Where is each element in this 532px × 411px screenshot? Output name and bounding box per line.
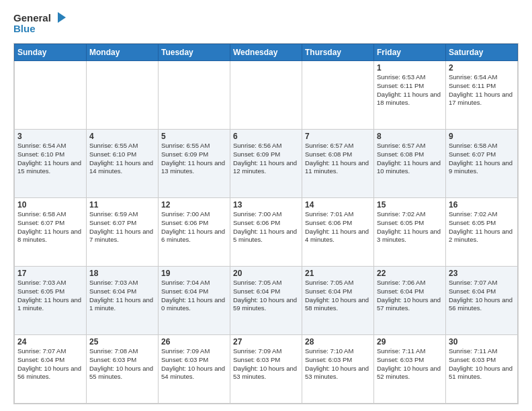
day-number: 26 xyxy=(161,337,227,347)
logo-svg: GeneralBlue xyxy=(13,11,67,38)
day-number: 27 xyxy=(233,337,299,347)
weekday-header-wednesday: Wednesday xyxy=(230,44,302,61)
day-info: Sunrise: 7:03 AM Sunset: 6:04 PM Dayligh… xyxy=(89,279,155,313)
day-info: Sunrise: 6:56 AM Sunset: 6:09 PM Dayligh… xyxy=(233,142,299,176)
day-number: 2 xyxy=(449,63,515,73)
day-info: Sunrise: 7:02 AM Sunset: 6:05 PM Dayligh… xyxy=(449,210,515,244)
calendar-cell: 8Sunrise: 6:57 AM Sunset: 6:08 PM Daylig… xyxy=(374,130,446,198)
day-info: Sunrise: 7:05 AM Sunset: 6:04 PM Dayligh… xyxy=(233,279,299,313)
day-info: Sunrise: 7:00 AM Sunset: 6:06 PM Dayligh… xyxy=(233,210,299,244)
day-info: Sunrise: 7:09 AM Sunset: 6:03 PM Dayligh… xyxy=(161,347,227,381)
day-info: Sunrise: 7:11 AM Sunset: 6:03 PM Dayligh… xyxy=(449,347,515,381)
day-info: Sunrise: 7:09 AM Sunset: 6:03 PM Dayligh… xyxy=(233,347,299,381)
day-info: Sunrise: 7:07 AM Sunset: 6:04 PM Dayligh… xyxy=(17,347,83,381)
weekday-header-thursday: Thursday xyxy=(302,44,374,61)
weekday-header-friday: Friday xyxy=(374,44,446,61)
day-number: 19 xyxy=(161,269,227,278)
day-info: Sunrise: 7:04 AM Sunset: 6:04 PM Dayligh… xyxy=(161,279,227,313)
calendar-cell: 13Sunrise: 7:00 AM Sunset: 6:06 PM Dayli… xyxy=(230,198,302,267)
calendar-cell xyxy=(15,61,87,130)
day-info: Sunrise: 6:59 AM Sunset: 6:07 PM Dayligh… xyxy=(89,210,155,244)
day-number: 17 xyxy=(17,269,83,278)
day-number: 30 xyxy=(449,337,515,347)
weekday-header-saturday: Saturday xyxy=(446,44,518,61)
day-number: 5 xyxy=(161,132,227,141)
day-info: Sunrise: 6:55 AM Sunset: 6:09 PM Dayligh… xyxy=(161,142,227,176)
calendar-cell: 27Sunrise: 7:09 AM Sunset: 6:03 PM Dayli… xyxy=(230,335,302,404)
calendar-cell xyxy=(230,61,302,130)
calendar-cell: 4Sunrise: 6:55 AM Sunset: 6:10 PM Daylig… xyxy=(87,130,159,198)
calendar-cell: 23Sunrise: 7:07 AM Sunset: 6:04 PM Dayli… xyxy=(446,267,518,335)
calendar-cell: 12Sunrise: 7:00 AM Sunset: 6:06 PM Dayli… xyxy=(159,198,230,267)
calendar: SundayMondayTuesdayWednesdayThursdayFrid… xyxy=(13,43,519,404)
calendar-cell: 26Sunrise: 7:09 AM Sunset: 6:03 PM Dayli… xyxy=(159,335,230,404)
svg-text:Blue: Blue xyxy=(13,23,36,34)
day-number: 18 xyxy=(89,269,155,278)
calendar-cell: 6Sunrise: 6:56 AM Sunset: 6:09 PM Daylig… xyxy=(230,130,302,198)
calendar-cell: 21Sunrise: 7:05 AM Sunset: 6:04 PM Dayli… xyxy=(302,267,374,335)
calendar-cell xyxy=(159,61,230,130)
day-number: 8 xyxy=(377,132,443,141)
day-info: Sunrise: 7:06 AM Sunset: 6:04 PM Dayligh… xyxy=(377,279,443,313)
day-info: Sunrise: 6:54 AM Sunset: 6:10 PM Dayligh… xyxy=(17,142,83,176)
calendar-cell: 5Sunrise: 6:55 AM Sunset: 6:09 PM Daylig… xyxy=(159,130,230,198)
svg-text:General: General xyxy=(13,12,51,24)
day-number: 15 xyxy=(377,200,443,210)
day-number: 12 xyxy=(161,200,227,210)
calendar-cell xyxy=(302,61,374,130)
calendar-cell: 2Sunrise: 6:54 AM Sunset: 6:11 PM Daylig… xyxy=(446,61,518,130)
day-number: 29 xyxy=(377,337,443,347)
day-info: Sunrise: 6:57 AM Sunset: 6:08 PM Dayligh… xyxy=(305,142,371,176)
day-info: Sunrise: 6:55 AM Sunset: 6:10 PM Dayligh… xyxy=(89,142,155,176)
svg-marker-2 xyxy=(58,12,66,23)
day-number: 9 xyxy=(449,132,515,141)
day-info: Sunrise: 6:58 AM Sunset: 6:07 PM Dayligh… xyxy=(449,142,515,176)
day-number: 20 xyxy=(233,269,299,278)
day-number: 6 xyxy=(233,132,299,141)
page: GeneralBlue SundayMondayTuesdayWednesday… xyxy=(0,0,532,411)
day-info: Sunrise: 6:53 AM Sunset: 6:11 PM Dayligh… xyxy=(377,73,443,107)
day-number: 11 xyxy=(89,200,155,210)
header: GeneralBlue xyxy=(13,11,519,38)
calendar-cell: 30Sunrise: 7:11 AM Sunset: 6:03 PM Dayli… xyxy=(446,335,518,404)
day-number: 25 xyxy=(89,337,155,347)
calendar-cell: 18Sunrise: 7:03 AM Sunset: 6:04 PM Dayli… xyxy=(87,267,159,335)
calendar-cell: 16Sunrise: 7:02 AM Sunset: 6:05 PM Dayli… xyxy=(446,198,518,267)
calendar-cell: 14Sunrise: 7:01 AM Sunset: 6:06 PM Dayli… xyxy=(302,198,374,267)
day-number: 3 xyxy=(17,132,83,141)
day-number: 16 xyxy=(449,200,515,210)
day-number: 13 xyxy=(233,200,299,210)
calendar-cell: 9Sunrise: 6:58 AM Sunset: 6:07 PM Daylig… xyxy=(446,130,518,198)
day-info: Sunrise: 6:57 AM Sunset: 6:08 PM Dayligh… xyxy=(377,142,443,176)
logo: GeneralBlue xyxy=(13,11,67,38)
day-number: 21 xyxy=(305,269,371,278)
day-info: Sunrise: 6:54 AM Sunset: 6:11 PM Dayligh… xyxy=(449,73,515,107)
calendar-cell: 7Sunrise: 6:57 AM Sunset: 6:08 PM Daylig… xyxy=(302,130,374,198)
calendar-cell: 11Sunrise: 6:59 AM Sunset: 6:07 PM Dayli… xyxy=(87,198,159,267)
weekday-header-tuesday: Tuesday xyxy=(159,44,230,61)
day-info: Sunrise: 7:10 AM Sunset: 6:03 PM Dayligh… xyxy=(305,347,371,381)
day-info: Sunrise: 7:01 AM Sunset: 6:06 PM Dayligh… xyxy=(305,210,371,244)
day-number: 1 xyxy=(377,63,443,73)
weekday-header-monday: Monday xyxy=(87,44,159,61)
weekday-header-sunday: Sunday xyxy=(15,44,87,61)
day-number: 7 xyxy=(305,132,371,141)
calendar-cell: 22Sunrise: 7:06 AM Sunset: 6:04 PM Dayli… xyxy=(374,267,446,335)
calendar-cell: 24Sunrise: 7:07 AM Sunset: 6:04 PM Dayli… xyxy=(15,335,87,404)
day-number: 24 xyxy=(17,337,83,347)
day-info: Sunrise: 7:02 AM Sunset: 6:05 PM Dayligh… xyxy=(377,210,443,244)
calendar-cell: 29Sunrise: 7:11 AM Sunset: 6:03 PM Dayli… xyxy=(374,335,446,404)
calendar-cell: 20Sunrise: 7:05 AM Sunset: 6:04 PM Dayli… xyxy=(230,267,302,335)
day-info: Sunrise: 7:07 AM Sunset: 6:04 PM Dayligh… xyxy=(449,279,515,313)
calendar-cell: 25Sunrise: 7:08 AM Sunset: 6:03 PM Dayli… xyxy=(87,335,159,404)
day-info: Sunrise: 6:58 AM Sunset: 6:07 PM Dayligh… xyxy=(17,210,83,244)
calendar-cell: 19Sunrise: 7:04 AM Sunset: 6:04 PM Dayli… xyxy=(159,267,230,335)
day-info: Sunrise: 7:08 AM Sunset: 6:03 PM Dayligh… xyxy=(89,347,155,381)
day-info: Sunrise: 7:05 AM Sunset: 6:04 PM Dayligh… xyxy=(305,279,371,313)
calendar-cell: 15Sunrise: 7:02 AM Sunset: 6:05 PM Dayli… xyxy=(374,198,446,267)
calendar-cell: 17Sunrise: 7:03 AM Sunset: 6:05 PM Dayli… xyxy=(15,267,87,335)
day-number: 14 xyxy=(305,200,371,210)
day-number: 22 xyxy=(377,269,443,278)
calendar-cell xyxy=(87,61,159,130)
day-info: Sunrise: 7:03 AM Sunset: 6:05 PM Dayligh… xyxy=(17,279,83,313)
